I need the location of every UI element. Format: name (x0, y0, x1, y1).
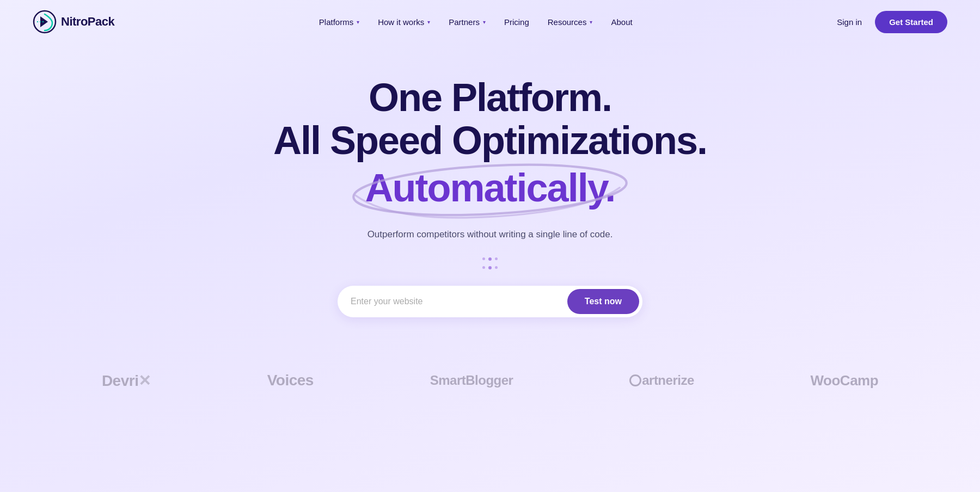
chevron-down-icon: ▾ (590, 19, 592, 25)
dots-row-bottom (482, 266, 498, 269)
chevron-down-icon: ▾ (483, 19, 486, 25)
partner-devrix: Devri✕ (102, 372, 151, 390)
partnerize-icon (629, 374, 641, 386)
get-started-button[interactable]: Get Started (875, 11, 947, 33)
logo-text: NitroPack (61, 15, 114, 29)
nav-partners[interactable]: Partners ▾ (441, 13, 493, 31)
hero-line3: Automatically. (365, 164, 615, 211)
hero-line1: One Platform. (273, 76, 707, 119)
hero-line3-wrapper: Automatically. (365, 164, 615, 211)
dot (488, 266, 492, 269)
header: NitroPack Platforms ▾ How it works ▾ Par… (0, 0, 980, 44)
hero-section: One Platform. All Speed Optimizations. A… (0, 44, 980, 339)
partner-woocamp: WooCamp (811, 372, 879, 389)
hero-line2: All Speed Optimizations. (273, 119, 707, 162)
dot (482, 257, 485, 260)
hero-subtext: Outperform competitors without writing a… (367, 229, 613, 240)
logo[interactable]: NitroPack (33, 10, 114, 34)
dots-row-top (482, 257, 498, 261)
chevron-down-icon: ▾ (357, 19, 359, 25)
hero-headline: One Platform. All Speed Optimizations. A… (273, 76, 707, 212)
sign-in-link[interactable]: Sign in (837, 17, 862, 27)
partners-logos: Devri✕ Voices SmartBlogger artnerize Woo… (0, 350, 980, 401)
main-nav: Platforms ▾ How it works ▾ Partners ▾ Pr… (285, 13, 666, 31)
logo-icon (33, 10, 57, 34)
dot (495, 257, 498, 260)
partner-voices: Voices (267, 372, 314, 389)
nav-platforms[interactable]: Platforms ▾ (311, 13, 367, 31)
website-input-bar: Test now (338, 286, 642, 317)
test-now-button[interactable]: Test now (567, 289, 639, 314)
dots-decoration (482, 257, 498, 269)
chevron-down-icon: ▾ (427, 19, 430, 25)
nav-how-it-works[interactable]: How it works ▾ (370, 13, 438, 31)
nav-resources[interactable]: Resources ▾ (540, 13, 601, 31)
header-actions: Sign in Get Started (837, 11, 947, 33)
nav-pricing[interactable]: Pricing (497, 13, 537, 31)
nav-about[interactable]: About (603, 13, 640, 31)
dot (482, 266, 485, 269)
website-input[interactable] (351, 297, 567, 306)
partner-partnerize: artnerize (629, 373, 694, 388)
partner-smartblogger: SmartBlogger (430, 373, 513, 388)
dot (488, 257, 492, 261)
dot (495, 266, 498, 269)
